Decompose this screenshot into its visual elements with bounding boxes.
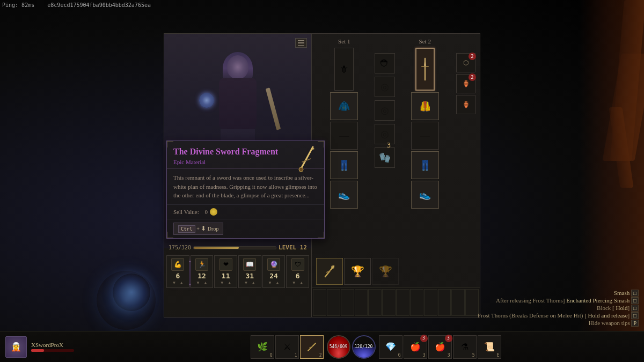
set1-weapon-slot[interactable]: 🗡 (334, 48, 354, 91)
skill-slot-5[interactable]: ⚗ 5 (453, 335, 477, 359)
skill-slot-3a[interactable]: 🍎 3 3 (404, 335, 427, 359)
skill-3b-icon: 🍎 (435, 342, 445, 352)
side-slot-3[interactable]: 🏺 (456, 95, 475, 114)
svg-point-5 (331, 265, 334, 269)
necklace-icon: ◎ (380, 81, 389, 93)
tooltip-header: The Divine Sword Fragment Epic Material (167, 141, 324, 169)
grid-cell-7[interactable] (396, 289, 409, 316)
skill-slot-1[interactable]: ⚔ 1 (275, 335, 299, 359)
char-body (219, 78, 257, 131)
char-orb (199, 93, 214, 108)
set2-column: Set 2 🦺 — 👖 👟 (397, 38, 453, 223)
debug-bar: Ping: 82ms e8c9ecd175904fba90bb4bbd32a76… (2, 2, 151, 8)
side-slot-1[interactable]: ⬡ 2 (456, 53, 475, 72)
mp-orb-text: 120/120 (352, 335, 376, 359)
grid-cell-6[interactable] (382, 289, 396, 316)
head-slot[interactable]: ⛑ (375, 53, 395, 73)
sets-area: Set 1 🗡 🧥 — 👖 👟 (312, 34, 480, 227)
side-icon-2: 🏺 (462, 80, 470, 88)
resistance-value: 6 (296, 272, 300, 280)
mind-arrows: ▼ ▲ (268, 280, 280, 285)
skill-5-key: 5 (472, 353, 475, 358)
skill-slot-3b[interactable]: 🍎 3 3 (428, 335, 452, 359)
grid-cell-11[interactable] (451, 289, 465, 316)
hash-display: e8c9ecd175904fba90bb4bbd32a765ea (47, 2, 151, 8)
grid-cell-2[interactable] (327, 289, 340, 316)
skill-3a-icon: 🍎 (410, 342, 421, 352)
sword-fragment-image (296, 143, 317, 175)
vitality-value: 11 (222, 272, 230, 280)
gloves-slot[interactable]: 🧤 (375, 147, 395, 168)
grid-cell-5[interactable] (368, 289, 382, 316)
arrow-up[interactable]: ▲ (228, 280, 232, 285)
skill-2-key: 2 (319, 353, 322, 358)
char-menu-button[interactable] (295, 38, 307, 48)
set2-legs-slot[interactable]: 👖 (411, 151, 439, 179)
arrow-up[interactable]: ▲ (251, 280, 255, 285)
skill-3b-badge: 3 (445, 335, 452, 342)
skill-1-icon: ⚔ (283, 342, 291, 352)
intelligence-icon: 📖 (243, 258, 256, 271)
necklace-slot[interactable]: ◎ (375, 77, 395, 97)
char-avatar[interactable]: 🧝 (5, 336, 27, 358)
dexterity-icon: 🏃 (195, 258, 208, 271)
skill-g-icon: 💎 (385, 342, 396, 352)
arrow-down[interactable]: ▼ (268, 280, 272, 285)
tip-hide-weapons[interactable]: Hide weapon tips P (467, 320, 639, 326)
arrow-down[interactable]: ▼ (172, 280, 176, 285)
side-slot-2[interactable]: 🏺 2 (456, 74, 475, 93)
eq-hotslot-2[interactable]: 🏆 (344, 258, 371, 285)
xp-bar-container: 175/320 LEVEL 12 (164, 242, 311, 253)
skill-slot-g[interactable]: 💎 G (379, 335, 402, 359)
skill-5-icon: ⚗ (461, 342, 469, 352)
grid-cell-1[interactable] (313, 289, 326, 316)
drop-button[interactable]: Ctrl + ⬇ Drop (173, 223, 223, 235)
grid-cell-4[interactable] (355, 289, 368, 316)
frost-thorns-key: Hold and release (588, 312, 628, 319)
stat-strength: 💪 6 ▼ ▲ (166, 255, 189, 288)
set2-legs-icon: 👖 (419, 159, 431, 171)
skill-g-key: G (398, 353, 401, 358)
set1-belt-slot[interactable]: — (330, 122, 358, 150)
skill-3b-key: 3 (448, 353, 450, 358)
arrow-down[interactable]: ▼ (196, 280, 200, 285)
chalice-icon: 🏆 (379, 265, 392, 278)
arrow-up[interactable]: ▲ (179, 280, 184, 285)
arrow-up[interactable]: ▲ (203, 280, 208, 285)
skill-slot-2[interactable]: 2 (300, 335, 324, 359)
grid-cell-9[interactable] (424, 289, 437, 316)
arrow-down[interactable]: ▼ (292, 280, 296, 285)
set1-boots-slot[interactable]: 👟 (330, 181, 358, 209)
grid-cell-3[interactable] (341, 289, 354, 316)
set2-weapon-slot[interactable] (415, 48, 435, 91)
block-key: Hold (616, 305, 628, 311)
set1-armor-slot[interactable]: 🧥 (330, 92, 358, 120)
side-slots: ⬡ 2 🏺 2 🏺 (456, 38, 475, 223)
grid-cell-10[interactable] (438, 289, 451, 316)
eq-hotslot-1[interactable] (316, 258, 343, 285)
set2-belt-slot[interactable]: — (411, 122, 439, 150)
ring2-slot[interactable]: ◎ (375, 124, 395, 144)
arrow-up[interactable]: ▲ (275, 280, 280, 285)
set2-armor-slot[interactable]: 🦺 (411, 92, 439, 120)
item-tooltip: The Divine Sword Fragment Epic Material … (166, 141, 325, 239)
hp-bar-bottom (31, 349, 74, 352)
set1-legs-slot[interactable]: 👖 (330, 151, 358, 179)
legs-icon: 👖 (338, 159, 350, 171)
eq-hotslot-3[interactable]: 🏆 (372, 258, 399, 285)
arrow-down[interactable]: ▼ (220, 280, 224, 285)
res-arrows: ▼ ▲ (292, 280, 304, 285)
set2-boots-slot[interactable]: 👟 (411, 181, 439, 209)
dexterity-value: 12 (197, 272, 206, 280)
frost-release-text: After releasing Frost Thorns (496, 297, 563, 304)
arrow-down[interactable]: ▼ (244, 280, 248, 285)
deco-orb-small (113, 274, 150, 311)
tip-frost-thorns: Frost Thorns (Breaks Defense on Melee Hi… (467, 312, 639, 319)
stats-area: 175/320 LEVEL 12 💪 6 ▼ ▲ 🏃 (164, 242, 311, 317)
grid-cell-8[interactable] (410, 289, 423, 316)
skill-slot-q[interactable]: 🌿 Q (251, 335, 274, 359)
arrow-up[interactable]: ▲ (299, 280, 304, 285)
skill-slot-e[interactable]: 📜 E (478, 335, 501, 359)
ring1-slot[interactable]: ◎ (375, 100, 395, 121)
skill-bar: 🌿 Q ⚔ 1 2 546/609 (107, 335, 644, 359)
